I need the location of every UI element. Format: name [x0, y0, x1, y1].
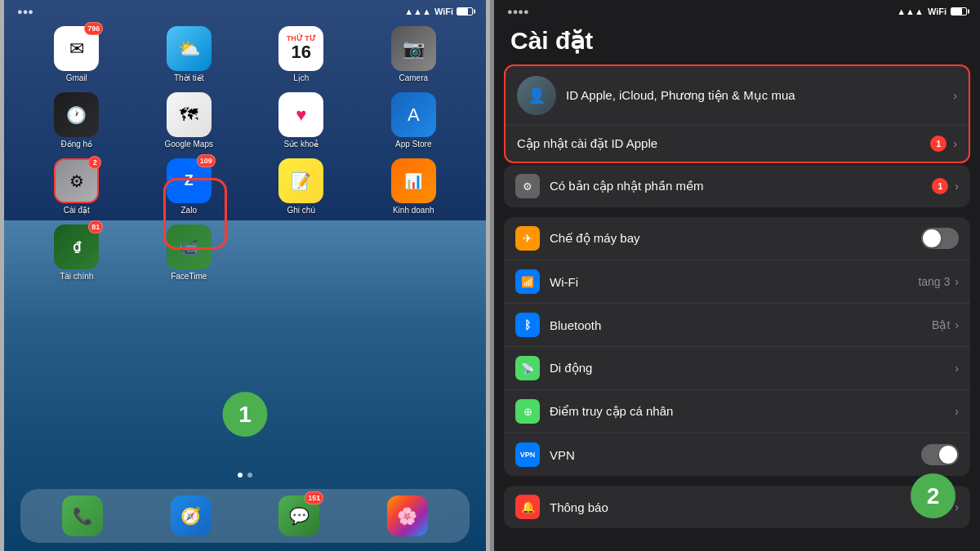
photos-icon: 🌸	[387, 495, 428, 536]
app-camera[interactable]: 📷 Camera	[385, 26, 441, 82]
app-gmail[interactable]: ✉ 796 Gmail	[49, 26, 105, 82]
airplane-toggle[interactable]	[921, 228, 959, 249]
wifi-indicator: WiFi	[928, 7, 947, 16]
app-notes[interactable]: 📝 Ghi chú	[274, 158, 329, 215]
app-facetime[interactable]: 📹 FaceTime	[161, 224, 216, 281]
hotspot-label: Điểm truy cập cá nhân	[550, 404, 955, 419]
app-business[interactable]: 📊 Kinh doanh	[385, 158, 441, 215]
apple-id-info: ID Apple, iCloud, Phương tiện & Mục mua	[566, 88, 953, 103]
settings-icon: ⚙ 2	[54, 158, 99, 203]
apple-id-section[interactable]: 👤 ID Apple, iCloud, Phương tiện & Mục mu…	[504, 64, 970, 163]
settings-header: Cài đặt	[494, 20, 980, 64]
vpn-icon: VPN	[515, 442, 540, 467]
avatar: 👤	[517, 76, 556, 115]
business-label: Kinh doanh	[393, 206, 434, 215]
weather-icon: ⛅	[167, 26, 212, 71]
settings-status-icons: ▲▲▲ WiFi	[897, 7, 967, 16]
wifi-value: tang 3	[918, 275, 950, 288]
health-label: Sức khoẻ	[283, 140, 318, 149]
clock-icon: 🕐	[54, 92, 99, 137]
dot-1	[238, 473, 243, 478]
chevron-right-icon: ›	[953, 89, 957, 102]
wifi-chevron: ›	[955, 275, 959, 288]
wifi-row[interactable]: 📶 Wi-Fi tang 3 ›	[504, 260, 970, 304]
notifications-label: Thông báo	[550, 500, 955, 514]
calendar-icon: THỨ TƯ 16	[278, 26, 323, 71]
clock-label: Đồng hồ	[60, 140, 92, 149]
app-row-4: ₫ 81 Tài chính 📹 FaceTime	[20, 224, 470, 281]
signal-bars: ▲▲▲	[897, 7, 924, 16]
notes-icon: 📝	[278, 158, 323, 203]
hotspot-row[interactable]: ⊕ Điểm truy cập cá nhân ›	[504, 390, 970, 433]
finance-badge: 81	[88, 220, 103, 233]
vpn-row[interactable]: VPN VPN	[504, 433, 970, 476]
app-settings[interactable]: ⚙ 2 Cài đặt	[49, 158, 105, 215]
calendar-label: Lịch	[293, 73, 309, 82]
update-label: Cập nhật cài đặt ID Apple	[517, 136, 930, 151]
zalo-icon: Z 109	[167, 158, 212, 203]
settings-badge: 2	[88, 156, 101, 169]
software-update-group[interactable]: ⚙ Có bản cập nhật phần mềm 1 ›	[504, 165, 970, 207]
apple-id-name: ID Apple, iCloud, Phương tiện & Mục mua	[566, 88, 953, 103]
notifications-row[interactable]: 🔔 Thông báo ›	[504, 486, 970, 528]
settings-label: Cài đặt	[64, 206, 90, 215]
app-appstore[interactable]: A App Store	[385, 92, 441, 149]
app-row-1: ✉ 796 Gmail ⛅ Thời tiết THỨ TƯ 16 Lịch	[20, 26, 470, 82]
vpn-toggle[interactable]	[921, 444, 959, 465]
app-grid: ✉ 796 Gmail ⛅ Thời tiết THỨ TƯ 16 Lịch	[4, 20, 486, 281]
dock-phone[interactable]: 📞	[55, 495, 110, 536]
bluetooth-chevron: ›	[955, 318, 959, 331]
update-badge: 1	[930, 136, 947, 152]
dock-photos[interactable]: 🌸	[380, 495, 435, 536]
app-row-3: ⚙ 2 Cài đặt Z 109 Zalo 📝 Ghi chú	[20, 158, 470, 215]
app-zalo[interactable]: Z 109 Zalo	[161, 158, 216, 215]
app-health[interactable]: ♥ Sức khoẻ	[274, 92, 329, 149]
status-icons: ▲▲▲ WiFi	[404, 7, 473, 16]
finance-icon: ₫ 81	[54, 224, 99, 269]
gmail-label: Gmail	[66, 73, 87, 82]
notes-label: Ghi chú	[287, 206, 315, 215]
dock-messages[interactable]: 💬 151	[271, 495, 327, 536]
dock-safari[interactable]: 🧭	[163, 495, 219, 536]
appstore-icon: A	[391, 92, 436, 137]
health-icon: ♥	[278, 92, 323, 137]
wifi-row-icon: 📶	[515, 269, 540, 294]
dot-2	[247, 473, 252, 478]
app-empty1	[274, 224, 329, 281]
app-clock[interactable]: 🕐 Đồng hồ	[49, 92, 105, 149]
battery-icon	[457, 7, 473, 16]
settings-content[interactable]: 👤 ID Apple, iCloud, Phương tiện & Mục mu…	[494, 64, 980, 551]
mobile-row[interactable]: 📡 Di động ›	[504, 347, 970, 390]
mobile-label: Di động	[550, 361, 955, 375]
app-row-2: 🕐 Đồng hồ 🗺 Google Maps ♥ Sức khoẻ A	[20, 92, 470, 149]
wifi-icon: WiFi	[434, 7, 453, 16]
update-chevron: ›	[953, 137, 957, 150]
bluetooth-row[interactable]: ᛒ Bluetooth Bật ›	[504, 304, 970, 347]
bluetooth-value: Bật	[932, 318, 950, 331]
notifications-group[interactable]: 🔔 Thông báo ›	[504, 486, 970, 528]
app-finance[interactable]: ₫ 81 Tài chính	[49, 224, 105, 281]
calendar-date: 16	[292, 42, 311, 62]
dock: 📞 🧭 💬 151 🌸	[20, 489, 470, 543]
apple-id-row[interactable]: 👤 ID Apple, iCloud, Phương tiện & Mục mu…	[506, 66, 969, 126]
software-update-row[interactable]: ⚙ Có bản cập nhật phần mềm 1 ›	[504, 165, 970, 207]
software-badge: 1	[932, 178, 948, 194]
phone-icon: 📞	[62, 495, 103, 536]
hotspot-icon: ⊕	[515, 399, 540, 424]
signal-icon: ▲▲▲	[404, 7, 431, 16]
gmail-icon: ✉ 796	[54, 26, 99, 71]
left-phone: ●●● ▲▲▲ WiFi ✉ 796 Gmail ⛅ Thời	[4, 0, 486, 551]
airplane-row[interactable]: ✈ Chế độ máy bay	[504, 217, 970, 260]
app-calendar[interactable]: THỨ TƯ 16 Lịch	[274, 26, 329, 82]
mobile-chevron: ›	[955, 362, 959, 375]
business-icon: 📊	[391, 158, 436, 203]
settings-panel: ●●●● ▲▲▲ WiFi Cài đặt 👤 ID Apple, iCloud…	[494, 0, 980, 551]
notifications-icon: 🔔	[515, 495, 540, 519]
app-maps[interactable]: 🗺 Google Maps	[161, 92, 216, 149]
messages-badge: 151	[305, 491, 323, 504]
network-settings-group[interactable]: ✈ Chế độ máy bay 📶 Wi-Fi tang 3 › ᛒ	[504, 217, 970, 476]
notifications-chevron: ›	[955, 500, 959, 513]
apple-id-update-row[interactable]: Cập nhật cài đặt ID Apple 1 ›	[506, 126, 969, 162]
mobile-icon: 📡	[515, 356, 540, 380]
app-weather[interactable]: ⛅ Thời tiết	[161, 26, 216, 82]
